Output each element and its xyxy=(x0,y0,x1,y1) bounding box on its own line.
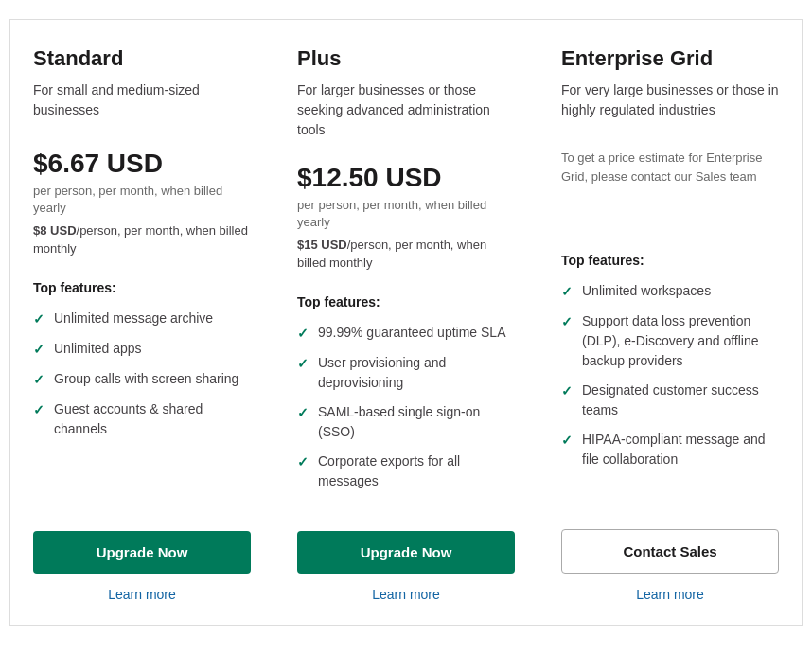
feature-text: Corporate exports for all messages xyxy=(318,451,515,491)
plan-standard: StandardFor small and medium-sized busin… xyxy=(10,20,274,625)
list-item: ✓Group calls with screen sharing xyxy=(33,369,251,390)
price-block: $12.50 USDper person, per month, when bi… xyxy=(297,163,515,294)
price-yearly: per person, per month, when billed yearl… xyxy=(33,183,251,217)
learn-more-link[interactable]: Learn more xyxy=(297,587,515,602)
list-item: ✓SAML-based single sign-on (SSO) xyxy=(297,402,515,442)
price-block: To get a price estimate for Enterprise G… xyxy=(561,149,779,253)
top-features-label: Top features: xyxy=(297,294,515,309)
feature-text: Group calls with screen sharing xyxy=(54,369,238,389)
price-yearly: per person, per month, when billed yearl… xyxy=(297,197,515,231)
feature-text: Unlimited apps xyxy=(54,339,142,359)
upgrade-button[interactable]: Upgrade Now xyxy=(33,531,251,574)
price-monthly: $15 USD/person, per month, when billed m… xyxy=(297,237,515,271)
plan-buttons: Contact SalesLearn more xyxy=(561,529,779,602)
feature-text: Unlimited message archive xyxy=(54,309,213,328)
check-icon: ✓ xyxy=(561,282,573,302)
check-icon: ✓ xyxy=(297,354,309,374)
list-item: ✓Support data loss prevention (DLP), e-D… xyxy=(561,311,779,371)
feature-text: Guest accounts & shared channels xyxy=(54,399,251,439)
check-icon: ✓ xyxy=(561,312,573,332)
plan-description: For very large businesses or those in hi… xyxy=(561,80,779,126)
feature-text: Support data loss prevention (DLP), e-Di… xyxy=(582,311,779,371)
price-monthly: $8 USD/person, per month, when billed mo… xyxy=(33,222,251,256)
check-icon: ✓ xyxy=(33,370,44,390)
check-icon: ✓ xyxy=(33,340,44,360)
contact-text: To get a price estimate for Enterprise G… xyxy=(561,149,779,224)
plan-description: For small and medium-sized businesses xyxy=(33,80,251,126)
plan-name: Enterprise Grid xyxy=(561,46,779,71)
top-features-label: Top features: xyxy=(33,280,251,295)
learn-more-link[interactable]: Learn more xyxy=(33,587,251,602)
feature-text: HIPAA-compliant message and file collabo… xyxy=(582,430,779,469)
list-item: ✓Unlimited message archive xyxy=(33,309,251,329)
plan-enterprise: Enterprise GridFor very large businesses… xyxy=(538,20,802,625)
check-icon: ✓ xyxy=(561,381,573,401)
plan-name: Plus xyxy=(297,46,515,71)
check-icon: ✓ xyxy=(297,324,309,344)
plan-buttons: Upgrade NowLearn more xyxy=(297,531,515,602)
feature-text: 99.99% guaranteed uptime SLA xyxy=(318,323,505,343)
check-icon: ✓ xyxy=(33,309,44,329)
feature-text: Designated customer success teams xyxy=(582,380,779,420)
contact-sales-button[interactable]: Contact Sales xyxy=(561,529,779,574)
features-list: ✓99.99% guaranteed uptime SLA✓User provi… xyxy=(297,323,515,501)
plan-name: Standard xyxy=(33,46,251,71)
feature-text: User provisioning and deprovisioning xyxy=(318,353,515,393)
list-item: ✓99.99% guaranteed uptime SLA xyxy=(297,323,515,344)
features-list: ✓Unlimited workspaces✓Support data loss … xyxy=(561,281,779,499)
upgrade-button[interactable]: Upgrade Now xyxy=(297,531,515,574)
plan-plus: PlusFor larger businesses or those seeki… xyxy=(274,20,538,625)
features-list: ✓Unlimited message archive✓Unlimited app… xyxy=(33,309,251,501)
list-item: ✓Unlimited workspaces xyxy=(561,281,779,302)
list-item: ✓User provisioning and deprovisioning xyxy=(297,353,515,393)
check-icon: ✓ xyxy=(561,431,573,451)
list-item: ✓Designated customer success teams xyxy=(561,380,779,420)
list-item: ✓HIPAA-compliant message and file collab… xyxy=(561,430,779,469)
list-item: ✓Corporate exports for all messages xyxy=(297,451,515,491)
plan-description: For larger businesses or those seeking a… xyxy=(297,80,515,140)
list-item: ✓Unlimited apps xyxy=(33,339,251,360)
price-main: $6.67 USD xyxy=(33,149,251,179)
price-main: $12.50 USD xyxy=(297,163,515,193)
feature-text: SAML-based single sign-on (SSO) xyxy=(318,402,515,442)
check-icon: ✓ xyxy=(33,400,44,420)
check-icon: ✓ xyxy=(297,403,309,423)
price-block: $6.67 USDper person, per month, when bil… xyxy=(33,149,251,280)
plan-buttons: Upgrade NowLearn more xyxy=(33,531,251,602)
list-item: ✓Guest accounts & shared channels xyxy=(33,399,251,439)
pricing-container: StandardFor small and medium-sized busin… xyxy=(9,19,803,626)
check-icon: ✓ xyxy=(297,452,309,472)
learn-more-link[interactable]: Learn more xyxy=(561,587,779,602)
feature-text: Unlimited workspaces xyxy=(582,281,711,301)
top-features-label: Top features: xyxy=(561,253,779,268)
